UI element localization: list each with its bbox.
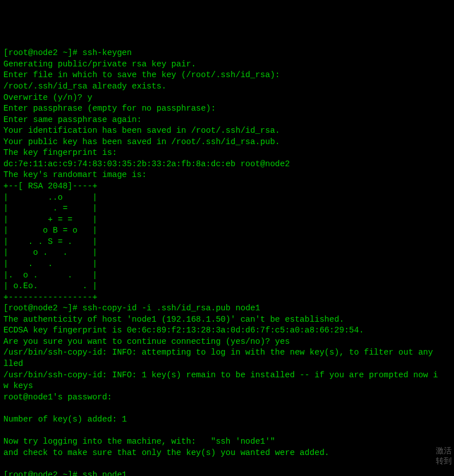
windows-activation-watermark: 激活 转到 — [436, 435, 452, 466]
output-line: and check to make sure that only the key… — [3, 448, 329, 457]
output-line: /root/.ssh/id_rsa already exists. — [3, 82, 166, 91]
output-line: w keys — [3, 381, 33, 390]
watermark-line2: 转到 — [436, 456, 452, 465]
output-line: The authenticity of host 'node1 (192.168… — [3, 315, 344, 324]
terminal-output[interactable]: [root@node2 ~]# ssh-keygen Generating pu… — [3, 48, 451, 476]
output-line: ECDSA key fingerprint is 0e:6c:89:f2:13:… — [3, 326, 364, 335]
output-line: root@node1's password: — [3, 393, 112, 402]
output-line: /usr/bin/ssh-copy-id: INFO: attempting t… — [3, 348, 438, 357]
output-line: Enter same passphrase again: — [3, 115, 142, 124]
randomart-line: | o B = o | — [3, 226, 97, 235]
output-line: lled — [3, 359, 23, 368]
prompt-node2-3: [root@node2 ~]# — [3, 470, 82, 476]
cmd-ssh-keygen: ssh-keygen — [82, 48, 132, 57]
cmd-ssh-node1: ssh node1 — [82, 470, 127, 476]
output-line: Number of key(s) added: 1 — [3, 415, 127, 424]
output-line: Are you sure you want to continue connec… — [3, 337, 290, 346]
output-line: The key fingerprint is: — [3, 148, 117, 157]
output-line: The key's randomart image is: — [3, 170, 146, 179]
randomart-line: +--[ RSA 2048]----+ — [3, 182, 97, 191]
randomart-line: | . . | — [3, 259, 97, 268]
randomart-line: |. o . . | — [3, 271, 97, 280]
output-line: Enter passphrase (empty for no passphras… — [3, 104, 216, 113]
randomart-line: | o.Eo. . | — [3, 281, 97, 290]
randomart-line: | . . S = . | — [3, 237, 97, 246]
fingerprint-line: dc:7e:11:ac:c9:74:83:03:35:2b:33:2a:fb:8… — [3, 159, 290, 169]
output-line: Now try logging into the machine, with: … — [3, 437, 275, 446]
randomart-line: +-----------------+ — [3, 293, 97, 302]
output-line: Overwrite (y/n)? y — [3, 93, 93, 102]
prompt-node2-2: [root@node2 ~]# — [3, 304, 82, 313]
randomart-line: | + = = | — [3, 215, 97, 224]
output-line: Generating public/private rsa key pair. — [3, 60, 196, 69]
randomart-line: | . = | — [3, 204, 97, 213]
randomart-line: | ..o | — [3, 193, 97, 202]
prompt-node2-1: [root@node2 ~]# — [3, 48, 82, 57]
watermark-line1: 激活 — [436, 446, 452, 455]
cmd-ssh-copy-id: ssh-copy-id -i .ssh/id_rsa.pub node1 — [82, 304, 260, 313]
output-line: Enter file in which to save the key (/ro… — [3, 70, 280, 79]
randomart-line: | o . . | — [3, 248, 97, 257]
output-line: Your public key has been saved in /root/… — [3, 137, 280, 146]
output-line: /usr/bin/ssh-copy-id: INFO: 1 key(s) rem… — [3, 370, 438, 380]
output-line: Your identification has been saved in /r… — [3, 126, 280, 135]
